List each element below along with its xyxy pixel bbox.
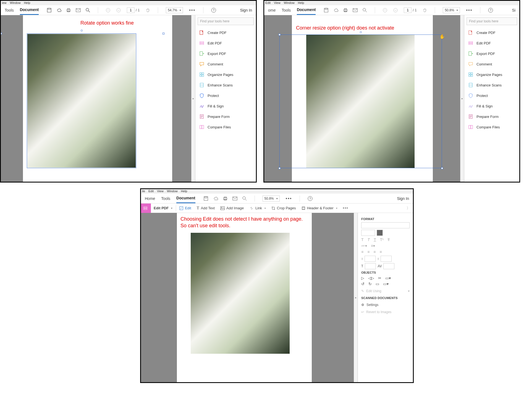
handle-se[interactable] (441, 167, 443, 169)
print-icon[interactable] (343, 8, 348, 12)
italic-icon[interactable]: T (368, 237, 370, 242)
align-left-icon[interactable]: ≡ (361, 250, 363, 254)
align-obj-icon[interactable]: ▭▾ (383, 282, 389, 286)
collapse-panel[interactable]: ▸ (191, 15, 195, 182)
image-placeholder[interactable] (191, 233, 290, 354)
sign-in[interactable]: Si (512, 8, 515, 12)
tab-tools[interactable]: Tools (5, 6, 14, 15)
menu-edit[interactable]: Edit (265, 1, 271, 5)
tool-enhance[interactable]: Enhance Scans (195, 80, 256, 90)
align-right-icon[interactable]: ≡ (373, 250, 376, 254)
more-icon[interactable]: ••• (466, 8, 472, 13)
mail-icon[interactable] (232, 197, 237, 200)
zoom-select[interactable]: 50.8%▾ (263, 196, 280, 202)
search-icon[interactable] (242, 196, 247, 201)
page-down-icon[interactable] (393, 8, 398, 12)
tool-fillsign[interactable]: Fill & Sign (195, 101, 256, 111)
search-icon[interactable] (363, 8, 367, 12)
tab-document[interactable]: Document (297, 5, 316, 15)
page-input[interactable]: / 1 (127, 7, 140, 13)
help-icon[interactable]: ? (488, 8, 493, 13)
replace-icon[interactable]: ▭ (376, 282, 379, 286)
document-canvas[interactable]: Rotate option works fine (1, 15, 191, 182)
settings-link[interactable]: ⚙Settings (361, 301, 410, 308)
number-list-icon[interactable]: ≡▾ (371, 244, 375, 248)
underline-icon[interactable]: T (374, 237, 376, 242)
cloud-icon[interactable] (56, 8, 61, 12)
tool-compare[interactable]: Compare Files (464, 122, 519, 132)
page-up-icon[interactable] (383, 8, 387, 12)
menu-file[interactable]: ile (142, 189, 145, 193)
cloud-icon[interactable] (333, 8, 338, 12)
tool-fillsign[interactable]: Fill & Sign (464, 101, 519, 111)
search-icon[interactable] (86, 8, 90, 12)
more-edit-icon[interactable]: ••• (340, 206, 351, 210)
tool-protect[interactable]: Protect (195, 90, 256, 101)
zoom-select[interactable]: 50.8%▾ (443, 7, 460, 13)
color-swatch[interactable] (377, 230, 383, 236)
para-spacing-icon[interactable]: ↕ (377, 257, 379, 261)
menu-edit[interactable]: Edit (148, 189, 154, 193)
handle-rotate[interactable] (360, 31, 362, 33)
char-spacing-icon[interactable]: AV (378, 264, 382, 268)
tool-organize[interactable]: Organize Pages (195, 69, 256, 80)
link-button[interactable]: Link (247, 206, 269, 210)
tool-edit-pdf[interactable]: Edit PDF (195, 38, 256, 48)
font-select[interactable] (361, 222, 410, 228)
handle-nw[interactable] (1, 33, 2, 35)
tool-export-pdf[interactable]: Export PDF (464, 48, 519, 59)
flip-h-icon[interactable]: ◁▷ (368, 276, 374, 280)
tool-comment[interactable]: Comment (464, 59, 519, 69)
edit-using-link[interactable]: ✎Edit Using▾ (361, 287, 410, 295)
line-spacing-icon[interactable]: ↕ (361, 257, 363, 261)
handle-sw[interactable] (279, 167, 281, 169)
tool-prepare[interactable]: Prepare Form (195, 111, 256, 122)
edit-pdf-drop[interactable]: Edit PDF (151, 206, 175, 210)
save-icon[interactable] (47, 8, 51, 12)
handle-ne[interactable] (163, 33, 164, 35)
menu-window[interactable]: Window (167, 189, 178, 193)
menu-window[interactable]: Window (284, 1, 295, 5)
document-canvas[interactable]: Corner resize option (right) does not ac… (264, 15, 460, 182)
menu-help[interactable]: Help (24, 1, 30, 5)
size-select[interactable] (361, 230, 375, 236)
page-current[interactable] (404, 7, 412, 13)
sign-in[interactable]: Sign In (240, 8, 252, 12)
tool-enhance[interactable]: Enhance Scans (464, 80, 519, 90)
rotate-ccw-icon[interactable]: ↺ (361, 282, 365, 286)
flip-v-icon[interactable]: ▷ (361, 276, 364, 280)
page-current[interactable] (127, 7, 135, 13)
tool-organize[interactable]: Organize Pages (464, 69, 519, 80)
bold-icon[interactable]: T (361, 237, 364, 242)
tool-export-pdf[interactable]: Export PDF (195, 48, 256, 59)
tool-edit-pdf[interactable]: Edit PDF (464, 38, 519, 48)
help-icon[interactable]: ? (308, 196, 313, 201)
scroll-right-icon[interactable]: 〉 (404, 206, 413, 211)
horiz-scale-icon[interactable]: T (361, 264, 363, 268)
page-down-icon[interactable] (116, 8, 121, 12)
print-icon[interactable] (66, 8, 71, 12)
add-text-button[interactable]: TAdd Text (194, 206, 218, 210)
menu-help[interactable]: Help (298, 1, 304, 5)
tool-compare[interactable]: Compare Files (195, 122, 256, 132)
crop-button[interactable]: Crop Pages (269, 206, 299, 210)
mail-icon[interactable] (353, 8, 358, 12)
menu-view[interactable]: View (157, 189, 164, 193)
tab-tools[interactable]: Tools (161, 194, 170, 203)
mail-icon[interactable] (76, 8, 81, 12)
more-icon[interactable]: ••• (189, 8, 195, 13)
header-footer-button[interactable]: Header & Footer (299, 206, 340, 210)
revert-link[interactable]: ↩Revert to Images (361, 308, 410, 316)
tool-protect[interactable]: Protect (464, 90, 519, 101)
add-image-button[interactable]: Add Image (218, 206, 247, 210)
hand-icon[interactable] (423, 8, 427, 12)
align-center-icon[interactable]: ≡ (367, 250, 370, 254)
superscript-icon[interactable]: T¹ (380, 237, 384, 242)
tool-prepare[interactable]: Prepare Form (464, 111, 519, 122)
tool-search[interactable]: Find your tools here (467, 17, 517, 25)
strike-icon[interactable]: T (387, 237, 390, 242)
bullet-list-icon[interactable]: ≔▾ (361, 244, 367, 248)
collapse-panel[interactable]: ▸ (354, 213, 358, 382)
save-icon[interactable] (204, 196, 208, 201)
zoom-select[interactable]: 54.7%▾ (166, 7, 183, 13)
